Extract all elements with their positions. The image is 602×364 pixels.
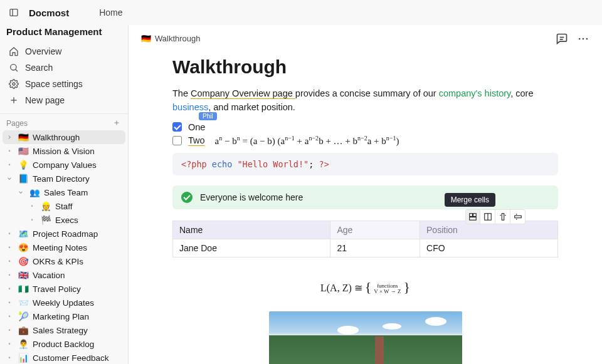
tree-item[interactable]: 👥Sales Team (14, 185, 125, 199)
svg-rect-22 (514, 216, 521, 218)
company-overview-link[interactable]: Company Overview page (191, 88, 295, 98)
svg-rect-14 (470, 214, 473, 217)
code-token: echo (212, 159, 233, 169)
gear-icon (9, 79, 19, 89)
tree-item[interactable]: 😍Meeting Notes (3, 241, 125, 254)
brand-name[interactable]: Docmost (29, 8, 69, 18)
checkbox-two[interactable] (172, 136, 182, 145)
sidebar-toggle-icon[interactable] (6, 5, 21, 20)
callout-text: Everyone is welcome here (200, 192, 303, 202)
page-emoji: 🎾 (18, 311, 29, 321)
table-cell[interactable]: Jane Doe (173, 239, 330, 257)
code-token: ?> (319, 159, 329, 169)
table-cell[interactable]: CFO (420, 239, 558, 257)
page-label: Walkthrough (33, 133, 80, 142)
tree-item[interactable]: 💡Company Values (3, 158, 125, 172)
table-header[interactable]: Name (173, 221, 330, 239)
code-block[interactable]: <?php echo "Hello World!"; ?> (172, 153, 558, 175)
sidebar: Product Management Overview Search Space… (0, 25, 129, 364)
tree-item[interactable]: 🇬🇧Vacation (3, 268, 125, 282)
tree-item[interactable]: 🇳🇬Travel Policy (3, 282, 125, 296)
tree-item[interactable]: 🏁Execs (25, 213, 125, 227)
svg-point-2 (11, 65, 16, 70)
table-toolbar (465, 209, 525, 224)
svg-point-4 (13, 83, 15, 85)
chevron-right-icon[interactable] (5, 133, 14, 142)
nav-label: Space settings (25, 79, 83, 89)
tree-item[interactable]: 💼Sales Strategy (3, 323, 125, 337)
add-page-icon[interactable] (113, 119, 122, 128)
code-token: <?php (181, 159, 207, 169)
page-emoji: 📊 (18, 353, 29, 363)
page-emoji: 👷 (40, 201, 51, 211)
nav-overview[interactable]: Overview (5, 43, 123, 60)
tree-item[interactable]: 📘Team Directory (3, 172, 125, 185)
check-label[interactable]: Two (188, 135, 205, 145)
history-text: company's history (439, 88, 511, 98)
nav-new-page[interactable]: New page (5, 92, 123, 108)
search-icon (9, 63, 19, 73)
checkbox-one[interactable] (172, 122, 182, 132)
breadcrumb[interactable]: 🇩🇪 Walkthrough (141, 34, 201, 43)
page-emoji: 📘 (18, 174, 29, 184)
nav-space-settings[interactable]: Space settings (5, 76, 123, 92)
page-emoji: 🇩🇪 (141, 34, 151, 43)
page-title-crumb: Walkthrough (155, 34, 201, 43)
page-label: Sales Team (44, 188, 88, 197)
tree-item[interactable]: 👷Staff (25, 199, 125, 213)
table-header[interactable]: Age (330, 221, 420, 239)
tree-item[interactable]: 📊Customer Feedback (3, 351, 125, 364)
check-label[interactable]: One (188, 122, 205, 132)
tree-item[interactable]: 🗺️Project Roadmap (3, 227, 125, 241)
bullet-icon (5, 298, 14, 307)
page-tree: 🇩🇪Walkthrough🇺🇸Mission & Vision💡Company … (0, 130, 128, 364)
business-link[interactable]: business (172, 102, 208, 112)
page-emoji: 🇳🇬 (18, 284, 29, 294)
tree-item[interactable]: 🇩🇪Walkthrough (3, 130, 125, 144)
table-row[interactable]: Jane Doe 21 CFO (173, 239, 558, 257)
merge-cells-tooltip: Merge cells (445, 193, 495, 207)
page-title[interactable]: Walkthrough (172, 56, 558, 78)
svg-rect-19 (502, 214, 504, 221)
svg-rect-0 (10, 9, 18, 16)
table-cell[interactable]: 21 (330, 239, 420, 257)
data-table[interactable]: Name Age Position Jane Doe 21 CFO (172, 221, 558, 257)
page-label: Team Directory (33, 174, 90, 184)
chevron-down-icon[interactable] (5, 174, 14, 183)
page-emoji: 👨‍💼 (18, 339, 29, 349)
math-block[interactable]: L(A, Z) ≅ { functions V × W → Z } (172, 279, 558, 295)
tree-item[interactable]: 🎾Marketing Plan (3, 309, 125, 323)
presence-tag: Phil (199, 112, 217, 120)
page-label: Mission & Vision (33, 147, 95, 156)
landscape-image[interactable] (269, 311, 462, 364)
topbar: Docmost Home (0, 0, 602, 25)
page-label: Vacation (33, 271, 65, 280)
merge-cells-button[interactable] (465, 209, 480, 224)
text: The (172, 88, 191, 98)
nav-search[interactable]: Search (5, 60, 123, 76)
page-emoji: 🇬🇧 (18, 270, 29, 280)
bullet-icon (5, 353, 14, 362)
main-content: 🇩🇪 Walkthrough Walkthrough The Company O… (129, 25, 602, 364)
workspace-title[interactable]: Product Management (0, 25, 128, 42)
table-container: Merge cells Name Age Position Jane Doe (172, 221, 558, 257)
inline-math[interactable]: an − bn = (a − b) (an−1 + an−2b + … + bn… (215, 135, 399, 147)
column-button[interactable] (495, 209, 510, 224)
tree-item[interactable]: 🎯OKRs & KPIs (3, 254, 125, 268)
comments-icon[interactable] (556, 33, 568, 45)
math-brace: { (365, 279, 372, 294)
callout-success[interactable]: Everyone is welcome here (172, 185, 558, 209)
tree-item[interactable]: 👨‍💼Product Backlog (3, 337, 125, 351)
home-link[interactable]: Home (99, 8, 122, 18)
more-icon[interactable] (577, 33, 589, 45)
page-emoji: 📨 (18, 298, 29, 308)
tree-item[interactable]: 📨Weekly Updates (3, 296, 125, 309)
row-button[interactable] (510, 209, 525, 224)
tree-item[interactable]: 🇺🇸Mission & Vision (3, 144, 125, 158)
code-token: "Hello World!" (237, 159, 309, 169)
split-cell-button[interactable] (480, 209, 495, 224)
chevron-down-icon[interactable] (16, 188, 25, 197)
page-label: Weekly Updates (33, 298, 94, 308)
page-emoji: 💡 (18, 160, 29, 170)
intro-paragraph[interactable]: The Company Overview page provides a con… (172, 86, 558, 115)
